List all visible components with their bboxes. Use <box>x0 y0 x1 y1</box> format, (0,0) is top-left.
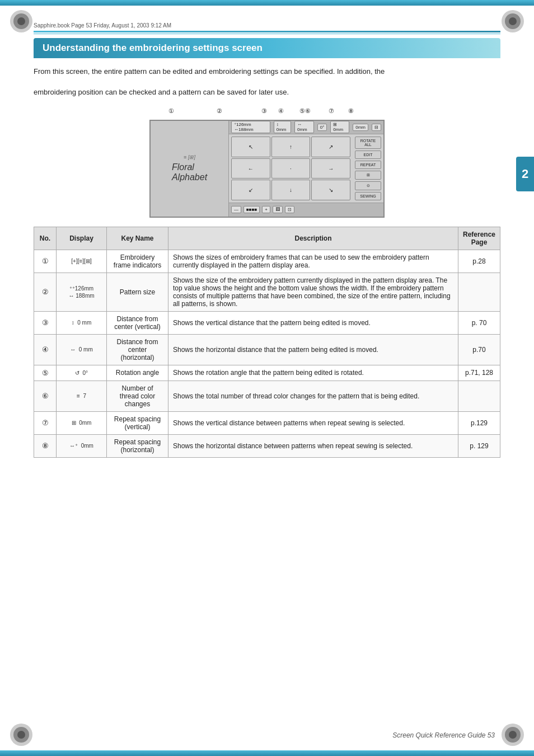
horizontal-distance-display: ↔ 0mm <box>294 121 314 133</box>
screen-middle: ↖ ↑ ↗ ← · → ↙ ↓ ↘ ROTATE ALL <box>229 134 383 203</box>
corner-decoration-tr <box>502 10 524 32</box>
screen-image-area: ① ② ③ ④ ⑤⑥ ⑦ ⑧ ≡ [⊞] Floral Alphabet <box>34 107 500 218</box>
table-row: ⑧↔⁺ 0mmRepeat spacing (horizontal)Shows … <box>34 434 500 457</box>
embroidery-screen: ≡ [⊞] Floral Alphabet ⁺126mm ↔188mm ↕ 0m… <box>149 120 385 218</box>
table-cell-desc: Shows the horizontal distance that the p… <box>168 334 458 365</box>
pattern-display-area: ≡ [⊞] Floral Alphabet <box>151 121 229 217</box>
num-label-56: ⑤⑥ <box>299 107 311 115</box>
table-cell-ref <box>458 381 500 411</box>
nav-btn-right[interactable]: → <box>311 158 350 179</box>
col-header-desc: Description <box>168 227 458 250</box>
thumbnail-icon: ⊟ <box>372 124 381 131</box>
table-cell-keyname: Number of thread color changes <box>107 381 168 411</box>
table-cell-keyname: Distance from center (horizontal) <box>107 334 168 365</box>
table-cell-desc: Shows the horizontal distance between pa… <box>168 434 458 457</box>
table-cell-desc: Shows the vertical distance that the pat… <box>168 311 458 334</box>
grid-btn[interactable]: ⊡ <box>285 206 294 213</box>
table-cell-ref: p.28 <box>458 250 500 273</box>
table-cell-ref: p. 70 <box>458 311 500 334</box>
table-cell-keyname: Repeat spacing (vertical) <box>107 411 168 434</box>
table-row: ③↕ 0 mmDistance from center (vertical)Sh… <box>34 311 500 334</box>
edit-button[interactable]: EDIT <box>355 151 381 159</box>
circle-button[interactable]: ⊙ <box>355 181 381 190</box>
table-cell-display: ↕ 0 mm <box>57 311 107 334</box>
table-cell-display: ↔ 0 mm <box>57 334 107 365</box>
table-cell-display: ↺ 0° <box>57 365 107 381</box>
screen-controls-area: ⁺126mm ↔188mm ↕ 0mm ↔ 0mm 0° ⊞ 0mm 0mm ⊟… <box>229 121 383 217</box>
intro-paragraph-2: embroidering position can be checked and… <box>34 87 500 98</box>
repeat-v-display: ⊞ 0mm <box>330 121 349 133</box>
table-row: ②⁺⁺126mm ↔ 188mmPattern sizeShows the si… <box>34 273 500 311</box>
screen-bottom-bar: — ■■■■ + 🖼 ⊡ <box>229 203 383 217</box>
nav-btn-down[interactable]: ↓ <box>271 180 311 200</box>
bottom-bar <box>0 750 534 756</box>
table-row: ⑥≡ 7Number of thread color changesShows … <box>34 381 500 411</box>
corner-decoration-tl <box>10 10 32 32</box>
table-row: ⑤↺ 0°Rotation angleShows the rotation an… <box>34 365 500 381</box>
pattern-size-display: ⁺126mm ↔188mm <box>231 121 270 133</box>
num-label-2: ② <box>217 107 222 115</box>
number-row: ① ② ③ ④ ⑤⑥ ⑦ ⑧ <box>149 107 385 120</box>
section-header: Understanding the embroidering settings … <box>34 38 500 58</box>
table-cell-no: ③ <box>34 311 57 334</box>
table-cell-ref: p. 129 <box>458 434 500 457</box>
table-cell-ref <box>458 273 500 311</box>
zoom-in-btn[interactable]: + <box>262 206 270 213</box>
table-cell-display: ↔⁺ 0mm <box>57 434 107 457</box>
right-buttons: ROTATE ALL EDIT REPEAT ⊞ ⊙ SEWING <box>353 134 383 203</box>
top-bar <box>0 0 534 6</box>
footer-text: Screen Quick Reference Guide 53 <box>392 731 495 739</box>
table-cell-keyname: Pattern size <box>107 273 168 311</box>
table-cell-keyname: Embroidery frame indicators <box>107 250 168 273</box>
table-cell-keyname: Rotation angle <box>107 365 168 381</box>
table-cell-no: ④ <box>34 334 57 365</box>
nav-btn-center[interactable]: · <box>271 158 311 179</box>
rotation-display: 0° <box>317 124 327 131</box>
table-cell-no: ⑤ <box>34 365 57 381</box>
corner-decoration-br <box>502 724 524 746</box>
nav-btn-upright[interactable]: ↗ <box>311 137 350 157</box>
grid-icon-button[interactable]: ⊞ <box>355 171 381 180</box>
repeat-button[interactable]: REPEAT <box>355 161 381 169</box>
table-cell-display: ≡ 7 <box>57 381 107 411</box>
page-number-tab: 2 <box>516 157 534 191</box>
table-cell-no: ⑥ <box>34 381 57 411</box>
table-cell-desc: Shows the size of the embroidery pattern… <box>168 273 458 311</box>
col-header-keyname: Key Name <box>107 227 168 250</box>
table-cell-desc: Shows the rotation angle that the patter… <box>168 365 458 381</box>
num-label-1: ① <box>168 107 174 115</box>
intro-paragraph-1: From this screen, the entire pattern can… <box>34 66 500 78</box>
zoom-out-btn[interactable]: — <box>231 206 241 213</box>
table-cell-keyname: Distance from center (vertical) <box>107 311 168 334</box>
table-row: ①[+][≡][⊞]Embroidery frame indicatorsSho… <box>34 250 500 273</box>
table-cell-ref: p.129 <box>458 411 500 434</box>
main-content: Understanding the embroidering settings … <box>34 38 500 458</box>
frame-indicator-icons: ≡ [⊞] <box>184 154 195 160</box>
nav-btn-downright[interactable]: ↘ <box>311 180 350 200</box>
num-label-7: ⑦ <box>329 107 334 115</box>
screen-wrapper: ① ② ③ ④ ⑤⑥ ⑦ ⑧ ≡ [⊞] Floral Alphabet <box>149 107 385 218</box>
repeat-h-display: 0mm <box>353 124 368 131</box>
section-header-container: Understanding the embroidering settings … <box>34 38 500 58</box>
pattern-text: Floral Alphabet <box>172 162 207 182</box>
table-cell-ref: p.70 <box>458 334 500 365</box>
nav-btn-up[interactable]: ↑ <box>271 137 311 157</box>
num-label-3: ③ <box>261 107 267 115</box>
table-cell-desc: Shows the vertical distance between patt… <box>168 411 458 434</box>
table-cell-display: [+][≡][⊞] <box>57 250 107 273</box>
accent-line-top <box>34 31 500 32</box>
sewing-button[interactable]: SEWING <box>355 192 381 200</box>
table-cell-desc: Shows the sizes of embroidery frames tha… <box>168 250 458 273</box>
table-cell-ref: p.71, 128 <box>458 365 500 381</box>
table-cell-no: ⑧ <box>34 434 57 457</box>
table-header-row: No. Display Key Name Description Referen… <box>34 227 500 250</box>
accent-line-thin <box>34 34 500 34</box>
nav-btn-upleft[interactable]: ↖ <box>231 137 270 157</box>
table-cell-no: ⑦ <box>34 411 57 434</box>
frame-view-btn[interactable]: 🖼 <box>273 206 283 213</box>
num-label-8: ⑧ <box>348 107 354 115</box>
table-cell-desc: Shows the total number of thread color c… <box>168 381 458 411</box>
nav-btn-left[interactable]: ← <box>231 158 270 179</box>
nav-btn-downleft[interactable]: ↙ <box>231 180 270 200</box>
rotate-all-button[interactable]: ROTATE ALL <box>355 137 381 149</box>
